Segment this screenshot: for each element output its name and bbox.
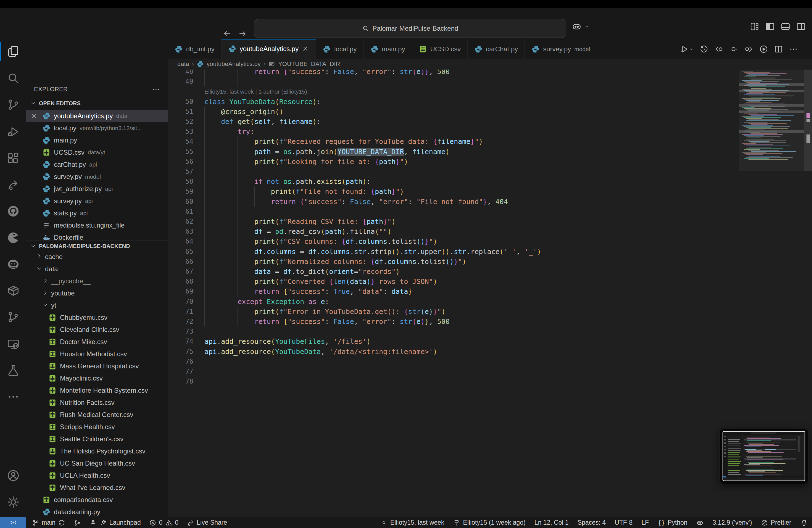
open-editor-item[interactable]: survey.pyapi <box>26 195 168 207</box>
tree-item[interactable]: Montefiore Health System.csv <box>26 384 168 397</box>
activity-accounts-icon[interactable] <box>0 464 26 488</box>
open-editor-item[interactable]: youtubeAnalytics.pydata <box>26 110 168 122</box>
more-actions-icon[interactable] <box>789 44 798 54</box>
code-line-51[interactable]: 51 @cross_origin() <box>168 107 739 117</box>
code-line-63[interactable]: 63 df = pd.read_csv(path).fillna("") <box>168 226 739 237</box>
activity-explorer-icon[interactable] <box>0 40 26 64</box>
tree-item[interactable]: youtube <box>26 287 168 299</box>
tree-item[interactable]: UCLA Health.csv <box>26 469 168 482</box>
code-line-57[interactable]: 57 <box>168 166 739 177</box>
screen-share-preview[interactable] <box>720 429 808 484</box>
copilot-menu-button[interactable] <box>571 21 590 32</box>
tab-main.py[interactable]: main.py <box>364 40 412 59</box>
tree-item[interactable]: Cleveland Clinic.csv <box>26 324 168 336</box>
tree-item[interactable]: yt <box>26 299 168 311</box>
tree-item[interactable]: Doctor Mike.csv <box>26 336 168 348</box>
back-arrow-icon[interactable] <box>221 28 233 40</box>
code-line-49[interactable]: 49 <box>168 76 739 87</box>
code-line-58[interactable]: 58 if not os.path.exists(path): <box>168 176 739 187</box>
code-line-56[interactable]: 56 print(f"Looking for file at: {path}") <box>168 157 739 167</box>
tree-item[interactable]: datacleaning.py <box>26 506 168 517</box>
breadcrumb-item[interactable]: YOUTUBE_DATA_DIR <box>278 60 340 68</box>
status-item-utf-8[interactable]: UTF-8 <box>614 519 633 526</box>
open-editor-item[interactable]: main.py <box>26 134 168 146</box>
code-line-48[interactable]: 48 return {"success": False, "error": st… <box>168 70 739 77</box>
code-line-66[interactable]: 66 print(f"Normalized columns: {df.colum… <box>168 256 739 267</box>
status-item[interactable] <box>696 519 704 526</box>
activity-live-share-icon[interactable] <box>0 173 26 197</box>
status-item-prettier[interactable]: Prettier <box>761 519 791 526</box>
status-item-ellioty15-1-week-ago-[interactable]: Ellioty15 (1 week ago) <box>453 519 526 526</box>
open-editor-item[interactable]: local.pyvenv/lib/python3.12/sit... <box>26 122 168 134</box>
tree-item[interactable]: UC San Diego Health.csv <box>26 457 168 469</box>
status-item[interactable] <box>800 519 808 526</box>
status-item-ellioty15-last-week[interactable]: Ellioty15, last week <box>380 519 445 526</box>
code-editor[interactable]: 48 return {"success": False, "error": st… <box>168 70 739 517</box>
status-item-python[interactable]: {}Python <box>657 519 687 526</box>
code-line-59[interactable]: 59 print(f"File not found: {path}") <box>168 186 739 196</box>
tree-item[interactable]: The Holistic Psychologist.csv <box>26 445 168 457</box>
toggle-primary-sidebar-icon[interactable] <box>765 21 775 32</box>
activity-extensions-icon[interactable] <box>0 146 26 171</box>
tab-survey.py[interactable]: survey.pymodel <box>525 40 597 59</box>
activity-ai-assistant-icon[interactable] <box>0 252 26 276</box>
tree-item[interactable]: Mass General Hospital.csv <box>26 360 168 372</box>
tab-db_init.py[interactable]: db_init.py <box>168 40 221 59</box>
code-line-67[interactable]: 67 data = df.to_dict(orient="records") <box>168 266 739 277</box>
tree-item[interactable]: Scripps Health.csv <box>26 421 168 433</box>
code-line-76[interactable]: 76 <box>168 356 739 367</box>
code-line-50[interactable]: 50class YouTubeData(Resource): <box>168 97 739 107</box>
tree-item[interactable]: Mayoclinic.csv <box>26 372 168 384</box>
code-line-52[interactable]: 52 def get(self, filename): <box>168 117 739 127</box>
tree-item[interactable]: comparisondata.csv <box>26 494 168 506</box>
close-icon[interactable] <box>302 45 309 53</box>
open-editor-item[interactable]: UCSD.csvdata/yt <box>26 146 168 159</box>
customize-layout-icon[interactable] <box>749 21 760 32</box>
code-line-55[interactable]: 55 path = os.path.join(YOUTUBE_DATA_DIR,… <box>168 147 739 157</box>
activity-settings-icon[interactable] <box>0 490 26 514</box>
code-line-75[interactable]: 75api.add_resource(YouTubeData, '/data/<… <box>168 347 739 357</box>
tree-item[interactable]: cache <box>26 251 168 263</box>
status-item-spaces-4[interactable]: Spaces: 4 <box>578 519 606 526</box>
tab-carChat.py[interactable]: carChat.py <box>468 40 525 59</box>
tree-item[interactable]: __pycache__ <box>26 275 168 287</box>
toggle-secondary-sidebar-icon[interactable] <box>795 21 807 32</box>
tab-youtubeAnalytics.py[interactable]: youtubeAnalytics.py <box>221 40 316 59</box>
code-line-65[interactable]: 65 df.columns = df.columns.str.strip().s… <box>168 247 739 257</box>
code-line-62[interactable]: 62 print(f"Reading CSV file: {path}") <box>168 217 739 227</box>
status-item-ln-12-col-1[interactable]: Ln 12, Col 1 <box>534 519 569 526</box>
command-center-search[interactable]: Palomar-MediPulse-Backend <box>254 19 566 38</box>
section-open-editors[interactable]: OPEN EDITORS <box>26 98 168 109</box>
tree-item[interactable]: data <box>26 263 168 275</box>
activity-pacman-extension-icon[interactable] <box>0 225 26 250</box>
open-editor-item[interactable]: medipulse.stu.nginx_file <box>26 219 168 231</box>
status-item-launchpad[interactable]: Launchpad <box>89 519 141 526</box>
activity-github-icon[interactable] <box>0 199 26 223</box>
activity-git-graph-icon[interactable] <box>0 305 26 329</box>
code-line-64[interactable]: 64 print(f"CSV columns: {df.columns.toli… <box>168 236 739 247</box>
run-cell-icon[interactable] <box>729 44 739 54</box>
status-item[interactable] <box>74 519 81 526</box>
activity-source-control-icon[interactable] <box>0 92 26 117</box>
tab-UCSD.csv[interactable]: UCSD.csv <box>412 40 468 59</box>
code-line-71[interactable]: 71 print(f"Error in YouTubeData.get(): {… <box>168 307 739 317</box>
run-coverage-icon[interactable] <box>759 44 768 54</box>
status-item-main[interactable]: main <box>32 519 66 526</box>
status-item-lf[interactable]: LF <box>641 519 649 526</box>
split-editor-icon[interactable] <box>774 44 783 54</box>
activity-more-icon[interactable] <box>0 385 26 409</box>
activity-container-icon[interactable] <box>0 278 26 303</box>
status-item-live-share[interactable]: Live Share <box>187 519 227 526</box>
code-line-60[interactable]: 60 return {"success": False, "error": "F… <box>168 196 739 207</box>
tree-item[interactable]: What I've Learned.csv <box>26 482 168 494</box>
run-python-file-icon[interactable] <box>679 44 694 54</box>
activity-search-icon[interactable] <box>0 66 26 90</box>
section-workspace[interactable]: PALOMAR-MEDIPULSE-BACKEND <box>26 240 168 252</box>
breadcrumb-item[interactable]: data <box>177 60 189 68</box>
status-item-0[interactable]: 00 <box>149 519 179 526</box>
open-editor-item[interactable]: carChat.pyapi <box>26 159 168 171</box>
close-icon[interactable] <box>31 113 38 119</box>
code-line-77[interactable]: 77 <box>168 366 739 377</box>
code-line-69[interactable]: 69 return {"success": True, "data": data… <box>168 287 739 297</box>
code-line-53[interactable]: 53 try: <box>168 127 739 137</box>
